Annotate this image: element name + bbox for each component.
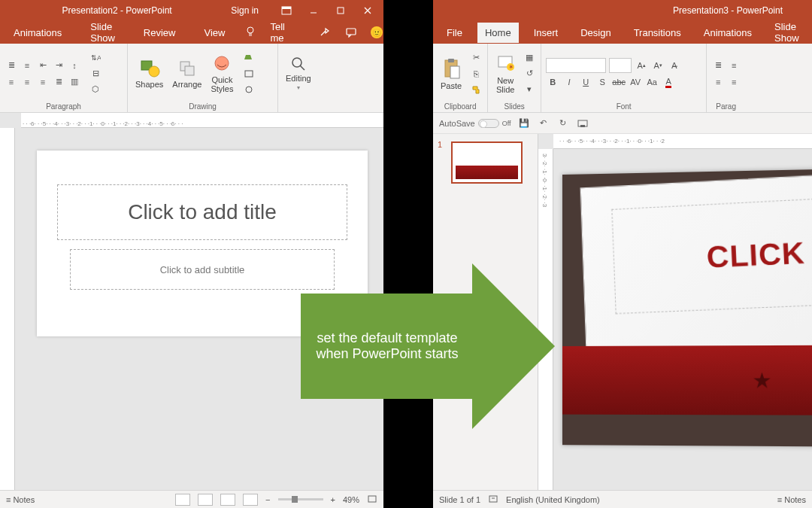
shadow-icon[interactable]: S <box>595 75 609 89</box>
clear-formatting-icon[interactable]: A̶ <box>668 59 681 72</box>
maximize-icon[interactable] <box>328 2 353 20</box>
tab-transitions[interactable]: Transitions <box>626 23 689 43</box>
align-text-icon[interactable]: ⊟ <box>89 67 102 81</box>
text-direction-icon[interactable]: ⇅A <box>89 51 102 65</box>
font-family-dropdown[interactable] <box>546 58 606 73</box>
zoom-slider[interactable] <box>278 498 323 500</box>
svg-point-12 <box>149 66 159 77</box>
autosave-toggle[interactable]: AutoSave Off <box>439 119 511 128</box>
start-from-beginning-icon[interactable] <box>576 117 589 130</box>
increase-font-icon[interactable]: A▴ <box>635 59 648 72</box>
reset-icon[interactable]: ↺ <box>523 67 536 81</box>
subtitle-placeholder[interactable]: Click to add subtitle <box>70 249 335 290</box>
indent-dec-icon[interactable]: ⇤ <box>36 59 50 72</box>
tab-view[interactable]: View <box>196 23 232 43</box>
format-painter-icon[interactable] <box>469 83 483 96</box>
paste-button[interactable]: Paste <box>438 56 465 92</box>
tab-animations[interactable]: Animations <box>696 23 759 43</box>
window-title: Presentation3 - PowerPoint <box>436 5 809 16</box>
numbering-icon[interactable]: ≡ <box>727 59 741 72</box>
zoom-out-icon[interactable]: − <box>265 495 270 504</box>
svg-rect-1 <box>282 7 291 9</box>
vertical-ruler <box>0 128 15 490</box>
tab-animations[interactable]: Animations <box>6 23 69 43</box>
new-slide-button[interactable]: ✶ New Slide <box>492 52 518 96</box>
font-size-dropdown[interactable] <box>609 58 632 73</box>
decrease-font-icon[interactable]: A▾ <box>651 59 665 72</box>
svg-rect-29 <box>489 496 497 502</box>
fit-window-icon[interactable] <box>367 494 377 505</box>
align-right-icon[interactable]: ≡ <box>36 75 50 89</box>
bold-icon[interactable]: B <box>546 75 559 89</box>
share-icon[interactable] <box>320 27 332 38</box>
align-left-icon[interactable]: ≡ <box>5 75 18 89</box>
redo-icon[interactable]: ↻ <box>556 117 570 130</box>
notes-button[interactable]: ≡ Notes <box>777 495 806 504</box>
slide-thumbnail[interactable] <box>451 141 523 184</box>
cut-icon[interactable]: ✂ <box>469 51 483 65</box>
svg-point-15 <box>215 56 229 70</box>
group-label: Drawing <box>132 101 273 111</box>
arrange-button[interactable]: Arrange <box>169 57 205 90</box>
underline-icon[interactable]: U <box>579 75 592 89</box>
slide[interactable]: CLICK T ★ <box>562 167 812 447</box>
close-icon[interactable] <box>355 2 380 20</box>
numbering-icon[interactable]: ≡ <box>20 59 34 72</box>
slide-canvas[interactable]: CLICK T ★ <box>555 151 812 490</box>
copy-icon[interactable]: ⎘ <box>469 67 483 81</box>
spellcheck-icon[interactable] <box>488 494 498 505</box>
tab-review[interactable]: Review <box>136 23 183 43</box>
bullets-icon[interactable]: ≣ <box>711 59 725 72</box>
title-placeholder[interactable]: CLICK T <box>611 193 812 314</box>
layout-icon[interactable]: ▦ <box>523 51 536 65</box>
sign-in-link[interactable]: Sign in <box>231 5 259 16</box>
align-left-icon[interactable]: ≡ <box>711 75 725 89</box>
notes-button[interactable]: ≡ Notes <box>6 495 35 504</box>
tab-design[interactable]: Design <box>573 23 618 43</box>
tab-home[interactable]: Home <box>477 23 519 43</box>
indent-inc-icon[interactable]: ⇥ <box>52 59 65 72</box>
zoom-level[interactable]: 49% <box>343 495 359 504</box>
shapes-button[interactable]: Shapes <box>132 57 166 90</box>
slideshow-view-icon[interactable] <box>243 494 258 506</box>
shape-effects-icon[interactable] <box>242 83 256 96</box>
language-status[interactable]: English (United Kingdom) <box>506 495 600 504</box>
editing-label: Editing <box>286 74 311 83</box>
tab-file[interactable]: File <box>439 23 470 43</box>
reading-view-icon[interactable] <box>220 494 235 506</box>
tab-insert[interactable]: Insert <box>526 23 566 43</box>
zoom-in-icon[interactable]: + <box>331 495 335 504</box>
comments-icon[interactable] <box>345 27 357 38</box>
title-placeholder[interactable]: Click to add title <box>57 184 348 240</box>
spacing-icon[interactable]: AV <box>629 75 642 89</box>
undo-icon[interactable]: ↶ <box>537 117 550 130</box>
headline-text: CLICK T <box>706 234 812 274</box>
strike-icon[interactable]: abc <box>612 75 626 89</box>
slide-counter[interactable]: Slide 1 of 1 <box>439 495 480 504</box>
svg-rect-28 <box>580 125 585 127</box>
save-icon[interactable]: 💾 <box>517 117 531 130</box>
editing-button[interactable]: Editing ▾ <box>283 54 314 93</box>
normal-view-icon[interactable] <box>175 494 190 506</box>
justify-icon[interactable]: ≣ <box>52 75 65 89</box>
group-font: A▴ A▾ A̶ B I U S abc AV Aa A <box>541 44 707 112</box>
status-bar: ≡ Notes − + 49% <box>0 490 383 508</box>
smartart-icon[interactable]: ⬡ <box>89 83 102 96</box>
font-color-icon[interactable]: A <box>662 75 675 89</box>
columns-icon[interactable]: ▥ <box>68 75 81 89</box>
shape-fill-icon[interactable] <box>242 51 256 65</box>
group-paragraph: ≣ ≡ ⇤ ⇥ ↕ ≡ ≡ ≡ ≣ ▥ ⇅A <box>0 44 128 112</box>
line-spacing-icon[interactable]: ↕ <box>68 59 81 72</box>
shape-outline-icon[interactable] <box>242 67 256 81</box>
italic-icon[interactable]: I <box>562 75 576 89</box>
section-icon[interactable]: ▾ <box>523 83 536 96</box>
change-case-icon[interactable]: Aa <box>645 75 659 89</box>
quick-styles-button[interactable]: Quick Styles <box>208 53 236 95</box>
align-center-icon[interactable]: ≡ <box>20 75 34 89</box>
new-slide-label: New Slide <box>496 76 514 94</box>
align-center-icon[interactable]: ≡ <box>727 75 741 89</box>
smiley-icon[interactable]: 🙂 <box>371 26 383 38</box>
minimize-icon[interactable] <box>301 2 326 20</box>
bullets-icon[interactable]: ≣ <box>5 59 18 72</box>
sorter-view-icon[interactable] <box>198 494 213 506</box>
